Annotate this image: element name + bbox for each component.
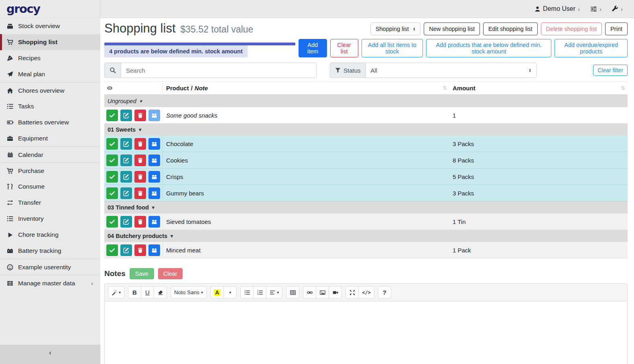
add-below-min-stock-button[interactable]: Add products that are below defined min.… xyxy=(426,39,551,57)
settings-menu[interactable]: › xyxy=(590,6,601,12)
notes-clear-button[interactable]: Clear xyxy=(158,268,183,279)
edit-item-button[interactable] xyxy=(120,138,132,150)
amount-column-header[interactable]: Amount ⇅ xyxy=(449,82,628,94)
mark-done-button[interactable] xyxy=(106,216,118,228)
delete-item-button[interactable] xyxy=(134,171,146,183)
sidebar-item-consume[interactable]: Consume xyxy=(0,179,100,195)
edit-shopping-list-button[interactable]: Edit shopping list xyxy=(483,22,538,35)
delete-item-button[interactable] xyxy=(134,216,146,228)
add-item-button[interactable]: Add item xyxy=(299,39,327,57)
edit-item-button[interactable] xyxy=(120,171,132,183)
sidebar-item-equipment[interactable]: Equipment xyxy=(0,130,100,146)
underline-button[interactable]: U xyxy=(141,286,154,299)
sort-icon[interactable]: ⇅ xyxy=(621,85,625,91)
sidebar-item-recipes[interactable]: Recipes xyxy=(0,50,100,66)
grocy-logo[interactable]: grocy xyxy=(6,3,40,15)
code-view-button[interactable]: </> xyxy=(358,286,374,299)
admin-menu[interactable]: › xyxy=(612,6,623,12)
font-color-button[interactable]: A xyxy=(210,286,224,299)
delete-item-button[interactable] xyxy=(134,110,146,121)
add-to-stock-button[interactable] xyxy=(148,138,160,150)
add-to-stock-button[interactable] xyxy=(148,216,160,228)
notes-save-button[interactable]: Save xyxy=(130,268,154,279)
font-family-select[interactable]: Noto Sans▾ xyxy=(171,286,207,299)
edit-item-button[interactable] xyxy=(120,187,132,199)
sidebar-item-chore-tracking[interactable]: Chore tracking xyxy=(0,227,100,243)
print-button[interactable]: Print xyxy=(605,22,628,35)
user-menu[interactable]: Demo User › xyxy=(534,5,580,12)
style-magic-button[interactable]: ▾ xyxy=(108,286,124,299)
editor-content-area[interactable] xyxy=(104,301,628,364)
add-to-stock-button[interactable] xyxy=(148,155,160,166)
insert-link-button[interactable] xyxy=(303,286,316,299)
clear-list-button[interactable]: Clear list xyxy=(330,39,358,57)
add-to-stock-button[interactable] xyxy=(148,244,160,256)
add-overdue-button[interactable]: Add overdue/expired products xyxy=(555,39,628,57)
group-header-ungrouped[interactable]: Ungrouped▾ xyxy=(104,95,628,107)
sidebar-collapse-button[interactable]: ‹ xyxy=(0,345,100,364)
bold-button[interactable]: B xyxy=(128,286,141,299)
sidebar-item-tasks[interactable]: Tasks xyxy=(0,98,100,114)
delete-shopping-list-button[interactable]: Delete shopping list xyxy=(541,22,602,35)
insert-picture-button[interactable] xyxy=(316,286,329,299)
add-all-items-button[interactable]: Add all list items to stock xyxy=(362,39,423,57)
topbar-right: Demo User › › › xyxy=(100,0,634,18)
group-header-butchery-products[interactable]: 04 Butchery products▾ xyxy=(104,230,628,242)
mark-done-button[interactable] xyxy=(106,110,118,121)
chevron-right-icon: › xyxy=(578,6,580,12)
mark-done-button[interactable] xyxy=(106,244,118,256)
delete-item-button[interactable] xyxy=(134,187,146,199)
grocy-app: grocy Demo User › › › Stock overview Sho… xyxy=(0,0,634,364)
sidebar-item-meal-plan[interactable]: Meal plan xyxy=(0,66,100,82)
edit-item-button[interactable] xyxy=(120,244,132,256)
total-value: $35.52 total value xyxy=(181,24,254,35)
sidebar-item-calendar[interactable]: Calendar xyxy=(0,146,100,163)
ordered-list-button[interactable] xyxy=(253,286,266,299)
sort-icon[interactable]: ⇅ xyxy=(443,85,447,91)
mark-done-button[interactable] xyxy=(106,155,118,166)
edit-item-button[interactable] xyxy=(120,155,132,166)
home-icon xyxy=(6,87,14,94)
add-to-stock-button[interactable] xyxy=(148,171,160,183)
eye-icon[interactable] xyxy=(107,85,113,91)
delete-item-button[interactable] xyxy=(134,138,146,150)
sidebar-item-batteries-overview[interactable]: Batteries overview xyxy=(0,114,100,130)
sidebar-item-manage-master-data[interactable]: Manage master data› xyxy=(0,275,100,291)
mark-done-button[interactable] xyxy=(106,187,118,199)
mark-done-button[interactable] xyxy=(106,171,118,183)
sidebar-item-purchase[interactable]: Purchase xyxy=(0,163,100,179)
status-select[interactable]: All ▲▼ xyxy=(366,63,536,78)
group-header-tinned-food[interactable]: 03 Tinned food▾ xyxy=(104,201,628,214)
edit-item-button[interactable] xyxy=(120,216,132,228)
sidebar-item-chores-overview[interactable]: Chores overview xyxy=(0,82,100,98)
add-to-stock-button[interactable] xyxy=(148,110,160,121)
edit-item-button[interactable] xyxy=(120,110,132,121)
delete-item-button[interactable] xyxy=(134,155,146,166)
paragraph-align-button[interactable]: ▾ xyxy=(266,286,282,299)
group-header-sweets[interactable]: 01 Sweets▾ xyxy=(104,124,628,136)
item-note: Some good snacks xyxy=(163,107,449,123)
min-stock-alert[interactable]: 4 products are below defined min. stock … xyxy=(104,43,295,57)
insert-video-button[interactable] xyxy=(329,286,342,299)
delete-item-button[interactable] xyxy=(134,244,146,256)
add-to-stock-button[interactable] xyxy=(148,187,160,199)
sidebar-item-stock-overview[interactable]: Stock overview xyxy=(0,18,100,34)
unordered-list-button[interactable] xyxy=(240,286,254,299)
sidebar-item-transfer[interactable]: Transfer xyxy=(0,195,100,211)
search-input[interactable] xyxy=(121,63,317,78)
font-color-dropdown[interactable]: ▾ xyxy=(224,286,237,299)
mark-done-button[interactable] xyxy=(106,138,118,150)
sidebar-item-example-userentity[interactable]: Example userentity xyxy=(0,259,100,275)
insert-table-button[interactable] xyxy=(286,286,299,299)
fullscreen-button[interactable] xyxy=(345,286,359,299)
product-column-header[interactable]: Product/Note ⇅ xyxy=(163,82,449,94)
shopping-list-select[interactable]: Shopping list ▲▼ xyxy=(370,22,421,35)
sidebar-item-battery-tracking[interactable]: Battery tracking xyxy=(0,243,100,259)
clear-formatting-button[interactable] xyxy=(154,286,167,299)
new-shopping-list-button[interactable]: New shopping list xyxy=(424,22,480,35)
help-button[interactable]: ? xyxy=(378,286,391,299)
person-icon xyxy=(534,6,541,12)
sidebar-item-inventory[interactable]: Inventory xyxy=(0,211,100,227)
clear-filter-button[interactable]: Clear filter xyxy=(593,65,628,76)
sidebar-item-shopping-list[interactable]: Shopping list xyxy=(0,34,100,50)
